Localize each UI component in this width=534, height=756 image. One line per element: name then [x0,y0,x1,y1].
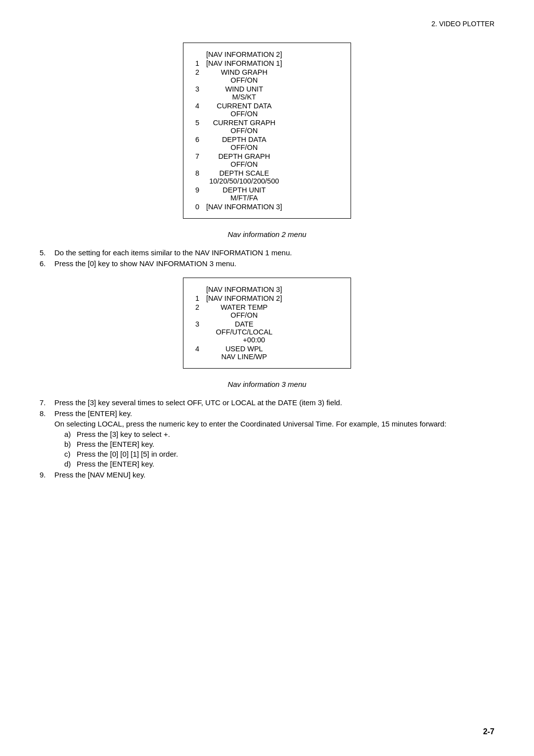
menu1-item-name: DEPTH SCALE [206,169,282,177]
menu1-item-num: 1 [193,59,204,68]
menu1-item-row: 3WIND UNITM/S/KT [193,85,284,101]
menu1-item-option: M/S/KT [206,93,282,101]
menu2-item-row: 3DATEOFF/UTC/LOCAL+00:00 [193,320,284,344]
menu2-box: [NAV INFORMATION 3] 1[NAV INFORMATION 2]… [183,278,351,369]
sub-instruction-label: d) [64,460,71,468]
sub-instruction-item: a)Press the [3] key to select +. [64,430,494,438]
sub-instruction-text: Press the [ENTER] key. [77,460,154,468]
menu2-item-row: 4USED WPLNAV LINE/WP [193,344,284,361]
menu1-item-num: 3 [193,85,204,101]
menu1-item-name: CURRENT DATA [206,102,282,110]
menu1-item-option: M/FT/FA [206,194,282,202]
instruction-num: 9. [40,471,46,479]
instructions-top: 5.Do the setting for each items similar … [40,248,494,268]
menu1-item-option: OFF/ON [206,160,282,168]
instruction-item: 6.Press the [0] key to show NAV INFORMAT… [40,259,494,268]
menu1-item-name: WIND UNIT [206,85,282,93]
instruction-item: 7.Press the [3] key several times to sel… [40,398,494,407]
menu2-item-row: 2WATER TEMPOFF/ON [193,303,284,320]
menu2-caption: Nav information 3 menu [40,380,494,388]
menu2-item-option: OFF/UTC/LOCAL [206,328,282,336]
menu1-item-num: 2 [193,68,204,85]
menu1-item-name: [NAV INFORMATION 3] [206,203,282,211]
instruction-item: 5.Do the setting for each items similar … [40,248,494,257]
menu1-item-num: 4 [193,101,204,118]
menu1-item-row: 6DEPTH DATAOFF/ON [193,135,284,152]
menu1-item-row: 9DEPTH UNITM/FT/FA [193,186,284,202]
menu1-item-name: DEPTH UNIT [206,186,282,194]
instruction-text: Press the [0] key to show NAV INFORMATIO… [54,259,236,268]
menu1-item-row: 0[NAV INFORMATION 3] [193,202,284,211]
sub-instruction-text: Press the [0] [0] [1] [5] in order. [77,450,178,458]
menu2-item-name: WATER TEMP [206,303,282,311]
instruction-text: Press the [ENTER] key. [54,409,132,418]
menu1-item-num: 5 [193,118,204,135]
instructions-bottom: 7.Press the [3] key several times to sel… [40,398,494,479]
menu1-item-num: 9 [193,186,204,202]
instruction-sub-intro: On selecting LOCAL, press the numeric ke… [54,420,494,428]
sub-instruction-item: d)Press the [ENTER] key. [64,460,494,468]
menu1-item-option: OFF/ON [206,110,282,118]
menu2-item-suboption: +00:00 [206,336,282,344]
menu1-item-name: WIND GRAPH [206,68,282,76]
menu1-item-option: OFF/ON [206,127,282,135]
menu2-item-row: 1[NAV INFORMATION 2] [193,294,284,303]
menu2-item-name: USED WPL [206,345,282,353]
page-footer: 2-7 [483,727,494,736]
instruction-num: 8. [40,409,46,418]
menu2-container: [NAV INFORMATION 3] 1[NAV INFORMATION 2]… [40,278,494,370]
menu1-item-num: 6 [193,135,204,152]
menu2-item-num: 4 [193,344,204,361]
page-header: 2. VIDEO PLOTTER [40,20,494,28]
menu1-header-row: [NAV INFORMATION 2] [193,50,284,59]
menu1-item-row: 2WIND GRAPHOFF/ON [193,68,284,85]
menu2-header-row: [NAV INFORMATION 3] [193,285,284,294]
menu1-caption: Nav information 2 menu [40,230,494,238]
menu2-table: [NAV INFORMATION 3] 1[NAV INFORMATION 2]… [193,285,284,361]
instruction-num: 6. [40,259,46,268]
menu1-item-num: 0 [193,202,204,211]
menu1-item-row: 8DEPTH SCALE10/20/50/100/200/500 [193,169,284,186]
menu1-item-row: 5CURRENT GRAPHOFF/ON [193,118,284,135]
menu1-item-name: [NAV INFORMATION 1] [206,59,282,67]
sub-instruction-label: b) [64,440,71,448]
instruction-text: Press the [3] key several times to selec… [54,398,342,407]
instruction-sub-list: a)Press the [3] key to select +.b)Press … [64,430,494,468]
menu1-item-num: 8 [193,169,204,186]
menu1-item-option: OFF/ON [206,143,282,151]
menu2-item-num: 1 [193,294,204,303]
menu2-item-option: OFF/ON [206,311,282,319]
instruction-text: Do the setting for each items similar to… [54,248,292,257]
menu1-title: [NAV INFORMATION 2] [204,50,284,59]
menu1-box: [NAV INFORMATION 2] 1[NAV INFORMATION 1]… [183,43,351,219]
sub-instruction-text: Press the [ENTER] key. [77,440,154,448]
menu1-table: [NAV INFORMATION 2] 1[NAV INFORMATION 1]… [193,50,284,211]
menu2-item-name: [NAV INFORMATION 2] [206,294,282,302]
instruction-num: 5. [40,248,46,257]
menu1-item-row: 1[NAV INFORMATION 1] [193,59,284,68]
menu1-item-num: 7 [193,152,204,169]
menu2-title: [NAV INFORMATION 3] [204,285,284,294]
menu1-item-name: DEPTH GRAPH [206,152,282,160]
instruction-item: 8.Press the [ENTER] key.On selecting LOC… [40,409,494,468]
instruction-num: 7. [40,398,46,407]
menu1-item-option: OFF/ON [206,76,282,84]
menu2-item-name: DATE [206,320,282,328]
menu2-item-option: NAV LINE/WP [206,353,282,361]
page-number: 2-7 [483,727,494,736]
menu1-item-option: 10/20/50/100/200/500 [206,177,282,185]
instruction-item: 9.Press the [NAV MENU] key. [40,471,494,479]
menu1-item-row: 4CURRENT DATAOFF/ON [193,101,284,118]
sub-instruction-label: a) [64,430,71,438]
instruction-text: Press the [NAV MENU] key. [54,471,146,479]
sub-instruction-text: Press the [3] key to select +. [77,430,170,438]
menu1-item-name: DEPTH DATA [206,136,282,143]
menu2-item-num: 3 [193,320,204,344]
menu1-container: [NAV INFORMATION 2] 1[NAV INFORMATION 1]… [40,43,494,220]
menu1-item-name: CURRENT GRAPH [206,119,282,127]
menu2-item-num: 2 [193,303,204,320]
header-title: 2. VIDEO PLOTTER [431,20,494,28]
sub-instruction-item: c)Press the [0] [0] [1] [5] in order. [64,450,494,458]
menu1-item-row: 7DEPTH GRAPHOFF/ON [193,152,284,169]
sub-instruction-item: b)Press the [ENTER] key. [64,440,494,448]
